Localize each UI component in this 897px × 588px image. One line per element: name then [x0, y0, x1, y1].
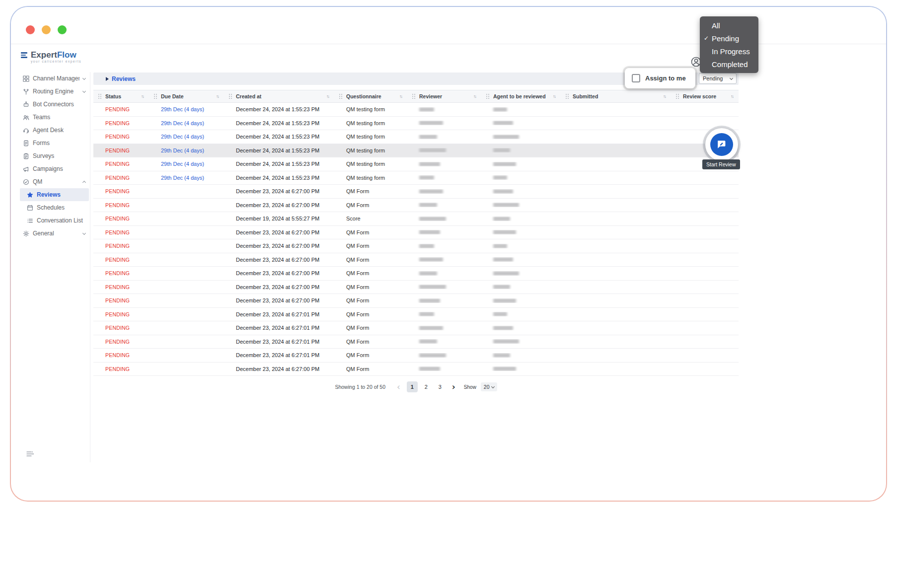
table-row[interactable]: PENDINGDecember 23, 2024 at 6:27:00 PMQM…	[93, 267, 739, 281]
sidebar-item-bot-connectors[interactable]: Bot Connectors	[20, 98, 89, 111]
sidebar-item-routing-engine[interactable]: Routing Engine	[20, 85, 89, 98]
sort-icon[interactable]: ↑↓	[473, 94, 476, 99]
table-row[interactable]: PENDINGDecember 23, 2024 at 6:27:00 PMQM…	[93, 281, 739, 294]
sidebar-item-conversation-list[interactable]: Conversation List	[20, 214, 89, 227]
page-size-select[interactable]: 20	[481, 382, 497, 391]
sidebar-item-campaigns[interactable]: Campaigns	[20, 162, 89, 175]
traffic-light-close[interactable]	[26, 25, 35, 34]
due-date-link[interactable]: 29th Dec (4 days)	[161, 106, 204, 112]
sidebar-item-general[interactable]: General	[20, 227, 89, 240]
questionnaire-cell: QM Form	[334, 325, 407, 331]
menu-option-in-progress[interactable]: In Progress	[700, 45, 758, 58]
sort-icon[interactable]: ↑↓	[141, 94, 144, 99]
table-row[interactable]: PENDING29th Dec (4 days)December 24, 202…	[93, 117, 739, 131]
traffic-light-zoom[interactable]	[58, 25, 67, 34]
menu-option-completed[interactable]: Completed	[700, 58, 758, 71]
table-row[interactable]: PENDINGDecember 23, 2024 at 6:27:01 PMQM…	[93, 335, 739, 349]
sidebar-item-schedules[interactable]: Schedules	[20, 201, 89, 214]
menu-option-label: In Progress	[712, 47, 750, 56]
table-row[interactable]: PENDING29th Dec (4 days)December 24, 202…	[93, 171, 739, 185]
created-at-cell: December 23, 2024 at 6:27:01 PM	[224, 325, 334, 331]
start-review-button[interactable]	[710, 133, 733, 156]
table-row[interactable]: PENDINGDecember 23, 2024 at 6:27:00 PMQM…	[93, 239, 739, 253]
table-row[interactable]: PENDINGDecember 23, 2024 at 6:27:00 PMQM…	[93, 226, 739, 240]
column-header-created-at[interactable]: Created at↑↓	[224, 90, 334, 102]
sidebar-item-teams[interactable]: Teams	[20, 111, 89, 124]
table-row[interactable]: PENDINGDecember 23, 2024 at 6:27:01 PMQM…	[93, 308, 739, 322]
reviewer-cell	[407, 203, 481, 207]
table-row[interactable]: PENDING29th Dec (4 days)December 24, 202…	[93, 157, 739, 171]
table-row[interactable]: PENDING29th Dec (4 days)December 24, 202…	[93, 103, 739, 117]
due-date-link[interactable]: 29th Dec (4 days)	[161, 175, 204, 181]
status-filter-select[interactable]: Pending	[699, 73, 737, 84]
table-row[interactable]: PENDINGDecember 23, 2024 at 6:27:01 PMQM…	[93, 321, 739, 335]
rate-review-icon	[717, 140, 727, 149]
table-row[interactable]: PENDING29th Dec (4 days)December 24, 202…	[93, 144, 739, 158]
column-header-review-score[interactable]: Review score↑↓	[671, 90, 739, 102]
table-row[interactable]: PENDING29th Dec (4 days)December 24, 202…	[93, 130, 739, 144]
due-date-link[interactable]: 29th Dec (4 days)	[161, 120, 204, 126]
column-header-agent-to-be-reviewed[interactable]: Agent to be reviewed↑↓	[481, 90, 561, 102]
sort-icon[interactable]: ↑↓	[216, 94, 219, 99]
sidebar-item-qm[interactable]: QM	[20, 175, 89, 188]
routing-icon	[22, 88, 29, 95]
sort-icon[interactable]: ↑↓	[731, 94, 733, 99]
next-page-icon[interactable]: ›	[450, 383, 457, 391]
sort-icon[interactable]: ↑↓	[553, 94, 555, 99]
table-row[interactable]: PENDINGDecember 19, 2024 at 5:55:27 PMSc…	[93, 212, 739, 226]
menu-option-all[interactable]: All	[700, 19, 758, 32]
questionnaire-cell: QM testing form	[334, 161, 407, 167]
drag-handle-icon[interactable]	[154, 94, 157, 99]
sidebar-item-reviews[interactable]: Reviews	[20, 188, 89, 201]
sidebar-item-surveys[interactable]: Surveys	[20, 149, 89, 162]
created-at-cell: December 19, 2024 at 5:55:27 PM	[224, 216, 334, 221]
table-row[interactable]: PENDINGDecember 23, 2024 at 6:27:00 PMQM…	[93, 199, 739, 213]
created-at-cell: December 23, 2024 at 6:27:00 PM	[224, 257, 334, 263]
table-row[interactable]: PENDINGDecember 23, 2024 at 6:27:00 PMQM…	[93, 294, 739, 308]
due-date-link[interactable]: 29th Dec (4 days)	[161, 147, 204, 153]
column-header-status[interactable]: Status↑↓	[93, 90, 149, 102]
sidebar-item-channel-manager[interactable]: Channel Manager	[20, 72, 89, 85]
drag-handle-icon[interactable]	[566, 94, 569, 99]
breadcrumb-reviews-link[interactable]: Reviews	[112, 75, 136, 82]
table-row[interactable]: PENDINGDecember 23, 2024 at 6:27:00 PMQM…	[93, 253, 739, 267]
traffic-light-minimize[interactable]	[42, 25, 51, 34]
redacted-reviewer-text	[419, 189, 443, 194]
sort-icon[interactable]: ↑↓	[399, 94, 402, 99]
page-button-2[interactable]: 2	[421, 381, 432, 392]
drag-handle-icon[interactable]	[676, 94, 679, 99]
page-button-1[interactable]: 1	[407, 381, 418, 392]
drag-handle-icon[interactable]	[486, 94, 490, 99]
table-row[interactable]: PENDINGDecember 23, 2024 at 6:27:01 PMQM…	[93, 349, 739, 363]
status-cell: PENDING	[93, 339, 149, 345]
sidebar-collapse-icon[interactable]	[26, 450, 34, 458]
column-header-reviewer[interactable]: Reviewer↑↓	[407, 90, 481, 102]
sort-icon[interactable]: ↑↓	[326, 94, 329, 99]
sort-icon[interactable]: ↑↓	[663, 94, 666, 99]
drag-handle-icon[interactable]	[339, 94, 343, 99]
table-row[interactable]: PENDINGDecember 23, 2024 at 6:27:00 PMQM…	[93, 185, 739, 199]
due-date-link[interactable]: 29th Dec (4 days)	[161, 134, 204, 140]
sidebar: Channel ManagerRouting EngineBot Connect…	[20, 72, 90, 462]
menu-option-pending[interactable]: ✓Pending	[700, 32, 758, 45]
sidebar-item-forms[interactable]: Forms	[20, 137, 89, 149]
column-header-due-date[interactable]: Due Date↑↓	[149, 90, 224, 102]
chevron-up-icon	[83, 180, 86, 184]
due-date-link[interactable]: 29th Dec (4 days)	[161, 161, 204, 167]
due-date-cell: 29th Dec (4 days)	[149, 161, 224, 167]
agent-to-be-reviewed-cell	[481, 189, 561, 194]
table-header: Status↑↓Due Date↑↓Created at↑↓Questionna…	[93, 90, 739, 103]
previous-page-icon[interactable]: ‹	[395, 383, 402, 391]
column-header-questionnaire[interactable]: Questionnaire↑↓	[334, 90, 407, 102]
drag-handle-icon[interactable]	[229, 94, 232, 99]
column-label: Status	[105, 93, 121, 99]
column-header-submitted[interactable]: Submitted↑↓	[561, 90, 671, 102]
sidebar-item-agent-desk[interactable]: Agent Desk	[20, 124, 89, 137]
assign-to-me-checkbox[interactable]	[632, 74, 640, 82]
column-label: Created at	[236, 93, 261, 99]
page-button-3[interactable]: 3	[435, 381, 446, 392]
drag-handle-icon[interactable]	[98, 94, 102, 99]
brand-name-primary: Expert	[31, 50, 57, 60]
drag-handle-icon[interactable]	[412, 94, 416, 99]
table-row[interactable]: PENDINGDecember 23, 2024 at 6:27:00 PMQM…	[93, 363, 739, 376]
